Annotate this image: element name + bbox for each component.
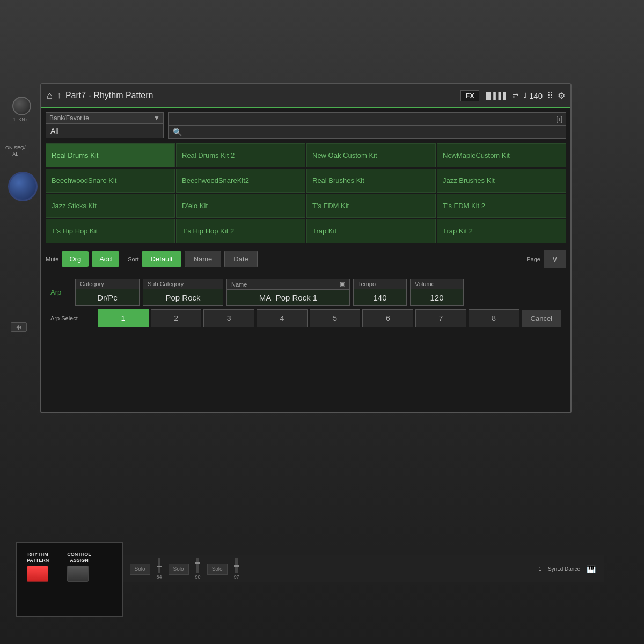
back-button[interactable]: ↑ — [57, 91, 61, 100]
solo-btn-4[interactable]: Solo — [207, 564, 228, 575]
arp-select-btn-7[interactable]: 7 — [415, 309, 466, 327]
bottom-left-panel: RHYTHM PATTERN CONTROL ASSIGN — [16, 542, 123, 617]
kit-item-16[interactable]: Trap Kit 2 — [437, 219, 566, 243]
knob-label: 1 KN← — [13, 117, 30, 122]
bottom-hardware-strip: Remote Mute/Solo Solo 81 Solo 84 Solo 90… — [40, 555, 604, 582]
bank-container: Bank/Favorite ▼ All — [46, 112, 164, 139]
control-assign-label: CONTROL ASSIGN — [67, 552, 91, 564]
arp-tempo-label: Tempo — [354, 279, 406, 289]
solo-btn-3[interactable]: Solo — [169, 564, 189, 575]
kit-item-12[interactable]: T's EDM Kit 2 — [437, 194, 566, 218]
blue-data-knob[interactable] — [8, 172, 38, 201]
kit-item-7[interactable]: Real Brushes Kit — [306, 169, 436, 193]
control-assign-section: CONTROL ASSIGN — [63, 550, 96, 584]
arp-name-label: Name ▣ — [227, 279, 349, 290]
bars-icon: ▐▌▌▌▌ — [484, 92, 508, 100]
kit-item-10[interactable]: D'elo Kit — [176, 194, 305, 218]
sort-name-button[interactable]: Name — [185, 251, 222, 267]
search-icon: 🔍 — [173, 128, 182, 136]
settings-icon[interactable]: ⚙ — [558, 91, 565, 101]
main-panel: ⌂ ↑ Part7 - Rhythm Pattern FX ▐▌▌▌▌ ⇄ ♩ … — [40, 83, 572, 413]
arp-subcategory-field[interactable]: Sub Category Pop Rock — [143, 279, 223, 306]
arp-select-btn-8[interactable]: 8 — [469, 309, 519, 327]
page-nav-button[interactable]: ∨ — [544, 250, 566, 268]
kit-item-2[interactable]: Real Drums Kit 2 — [176, 143, 305, 167]
arp-section: Arp Category Dr/Pc Sub Category Pop Rock… — [46, 274, 566, 332]
tag-indicator: [τ] — [557, 115, 562, 123]
tempo-note-icon: ♩ — [523, 91, 527, 100]
arp-category-value: Dr/Pc — [76, 289, 139, 305]
control-assign-button[interactable] — [67, 566, 89, 582]
arp-name-value: MA_Pop Rock 1 — [227, 290, 349, 305]
grid-icon[interactable]: ⠿ — [547, 91, 553, 101]
fader-group-3: 90 — [195, 558, 201, 580]
kit-item-1[interactable]: Real Drums Kit — [46, 143, 175, 167]
arp-tempo-field[interactable]: Tempo 140 — [353, 279, 407, 306]
skip-button[interactable]: ⏮ — [11, 322, 27, 332]
seq-button[interactable]: ON SEQ/AL — [5, 145, 26, 157]
arp-select-row: Arp Select 1 2 3 4 5 6 7 8 Cancel — [50, 309, 561, 327]
arp-tempo-value: 140 — [354, 289, 406, 305]
arp-name-field[interactable]: Name ▣ MA_Pop Rock 1 — [226, 279, 350, 306]
solo-btn-2[interactable]: Solo — [130, 564, 150, 575]
arp-select-label: Arp Select — [50, 315, 93, 321]
kit-item-5[interactable]: BeechwoodSnare Kit — [46, 169, 175, 193]
arp-select-btn-2[interactable]: 2 — [151, 309, 202, 327]
arp-category-label: Category — [76, 279, 139, 289]
cancel-button[interactable]: Cancel — [522, 310, 561, 327]
page-label: Page — [526, 256, 540, 262]
arp-select-btn-1[interactable]: 1 — [98, 309, 149, 327]
kit-item-8[interactable]: Jazz Brushes Kit — [437, 169, 566, 193]
bank-label: Bank/Favorite ▼ — [46, 112, 164, 123]
arp-row: Arp Category Dr/Pc Sub Category Pop Rock… — [50, 279, 561, 306]
org-button[interactable]: Org — [62, 251, 89, 267]
rhythm-pattern-section: RHYTHM PATTERN — [23, 550, 53, 584]
arp-volume-field[interactable]: Volume 120 — [410, 279, 464, 306]
arp-subcategory-label: Sub Category — [143, 279, 223, 289]
arp-volume-value: 120 — [411, 289, 463, 305]
arp-select-btn-4[interactable]: 4 — [257, 309, 308, 327]
arp-name-icon: ▣ — [340, 281, 345, 288]
home-button[interactable]: ⌂ — [47, 90, 53, 101]
sort-date-button[interactable]: Date — [224, 251, 257, 267]
kit-item-15[interactable]: Trap Kit — [306, 219, 436, 243]
sort-default-button[interactable]: Default — [142, 251, 181, 267]
kit-item-4[interactable]: NewMapleCustom Kit — [437, 143, 566, 167]
arp-select-btn-6[interactable]: 6 — [362, 309, 413, 327]
arp-select-btn-5[interactable]: 5 — [310, 309, 361, 327]
filter-row: Bank/Favorite ▼ All [τ] 🔍 — [46, 112, 566, 139]
kit-item-14[interactable]: T's Hip Hop Kit 2 — [176, 219, 305, 243]
search-input-row[interactable]: 🔍 — [168, 125, 566, 139]
bank-value[interactable]: All — [46, 123, 164, 138]
rhythm-pattern-label: RHYTHM PATTERN — [27, 552, 49, 564]
arp-label: Arp — [50, 279, 72, 306]
kit-item-11[interactable]: T's EDM Kit — [306, 194, 436, 218]
rhythm-pattern-button[interactable] — [27, 566, 48, 582]
left-knob-area: 1 KN← — [11, 97, 32, 122]
piano-keys-icon: 🎹 — [587, 565, 596, 573]
search-container: [τ] 🔍 — [168, 112, 566, 139]
usb-icon: ⇄ — [513, 91, 519, 100]
arp-category-field[interactable]: Category Dr/Pc — [75, 279, 140, 306]
arp-subcategory-value: Pop Rock — [143, 289, 223, 305]
kit-item-13[interactable]: T's Hip Hop Kit — [46, 219, 175, 243]
fader-group-4: 97 — [234, 558, 239, 580]
page-title: Part7 - Rhythm Pattern — [65, 91, 456, 100]
channel-num: 1 — [538, 566, 541, 572]
left-knob[interactable] — [12, 97, 31, 115]
synth-name: SynLd Dance — [548, 566, 580, 572]
arp-select-btn-3[interactable]: 3 — [203, 309, 254, 327]
header-bar: ⌂ ↑ Part7 - Rhythm Pattern FX ▐▌▌▌▌ ⇄ ♩ … — [41, 84, 570, 108]
add-button[interactable]: Add — [92, 251, 119, 267]
kit-item-9[interactable]: Jazz Sticks Kit — [46, 194, 175, 218]
search-top-bar: [τ] — [168, 112, 566, 125]
mute-label: Mute — [46, 256, 58, 262]
sort-label: Sort — [128, 256, 138, 262]
tempo-display: ♩ 140 — [523, 91, 543, 100]
kit-item-3[interactable]: New Oak Custom Kit — [306, 143, 436, 167]
fx-button[interactable]: FX — [460, 90, 479, 101]
tempo-value: 140 — [529, 91, 543, 100]
arp-volume-label: Volume — [411, 279, 463, 289]
fader-group-2: 84 — [157, 558, 162, 580]
kit-item-6[interactable]: BeechwoodSnareKit2 — [176, 169, 305, 193]
